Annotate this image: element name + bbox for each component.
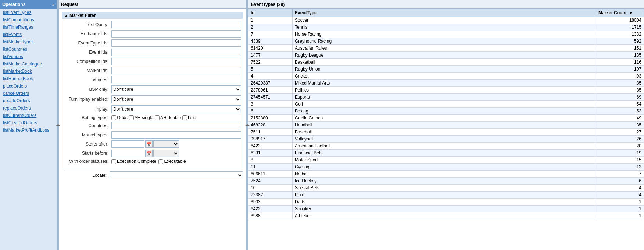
cell-event-type: Australian Rules <box>293 45 596 52</box>
sidebar-item-listCurrentOrders[interactable]: listCurrentOrders <box>0 112 57 119</box>
table-row[interactable]: 468328Handball35 <box>248 122 644 129</box>
table-row[interactable]: 27454571Esports69 <box>248 94 644 101</box>
ah-single-checkbox[interactable] <box>129 115 134 120</box>
filter-header[interactable]: ▲ Market Filter <box>62 12 243 19</box>
cell-market-count: 85 <box>596 80 644 87</box>
table-row[interactable]: 61420Australian Rules151 <box>248 45 644 52</box>
cell-market-count: 1 <box>596 206 644 213</box>
cell-event-type: Volleyball <box>293 136 596 143</box>
column-header-event-type[interactable]: EventType <box>293 9 596 17</box>
table-row[interactable]: 72382Pool4 <box>248 192 644 199</box>
venues-input[interactable] <box>111 76 241 83</box>
exchange-ids-input[interactable] <box>111 30 241 38</box>
table-row[interactable]: 1477Rugby League135 <box>248 52 644 59</box>
table-row[interactable]: 3988Athletics1 <box>248 213 644 219</box>
executable-text: Executable <box>164 159 186 164</box>
sidebar-item-cancelOrders[interactable]: cancelOrders <box>0 90 57 97</box>
sidebar-item-listEvents[interactable]: listEvents <box>0 31 57 38</box>
cell-market-count: 592 <box>596 38 644 45</box>
order-statuses-label: With order statuses: <box>64 159 111 164</box>
starts-before-date-input[interactable] <box>111 150 144 157</box>
table-row[interactable]: 3Golf54 <box>248 101 644 108</box>
line-checkbox[interactable] <box>182 115 187 120</box>
market-types-input[interactable] <box>111 131 241 139</box>
execution-complete-label[interactable]: Execution Complete <box>111 159 156 164</box>
sidebar-item-listRunnerBook[interactable]: listRunnerBook <box>0 75 57 82</box>
ah-single-checkbox-label[interactable]: AH single <box>129 115 153 120</box>
executable-label[interactable]: Executable <box>158 159 186 164</box>
table-row[interactable]: 4339Greyhound Racing592 <box>248 38 644 45</box>
table-row[interactable]: 6422Snooker1 <box>248 206 644 213</box>
table-row[interactable]: 998917Volleyball26 <box>248 136 644 143</box>
table-row[interactable]: 4Cricket93 <box>248 73 644 80</box>
exchange-ids-row: Exchange Ids: <box>64 30 241 38</box>
countries-row: Countries: <box>64 122 241 129</box>
sidebar-item-listMarketCatalogue[interactable]: listMarketCatalogue <box>0 60 57 68</box>
odds-checkbox-label[interactable]: Odds <box>111 115 128 120</box>
table-row[interactable]: 2378961Politics85 <box>248 87 644 94</box>
event-type-ids-input[interactable] <box>111 39 241 47</box>
sidebar-item-updateOrders[interactable]: updateOrders <box>0 97 57 104</box>
table-row[interactable]: 7Horse Racing1332 <box>248 31 644 38</box>
table-row[interactable]: 2Tennis1715 <box>248 24 644 31</box>
column-header-market-count[interactable]: Market Count ▼ <box>596 9 644 17</box>
event-ids-input[interactable] <box>111 49 241 56</box>
table-row[interactable]: 3503Darts1 <box>248 199 644 206</box>
starts-before-calendar-button[interactable]: 📅 <box>145 150 153 157</box>
column-header-id[interactable]: Id <box>248 9 293 17</box>
cell-market-count: 4 <box>596 192 644 199</box>
competition-ids-input[interactable] <box>111 58 241 65</box>
countries-input[interactable] <box>111 122 241 129</box>
sidebar-item-listMarketBook[interactable]: listMarketBook <box>0 68 57 75</box>
starts-after-label: Starts after: <box>64 142 111 147</box>
line-checkbox-label[interactable]: Line <box>182 115 196 120</box>
table-row[interactable]: 26420387Mixed Martial Arts85 <box>248 80 644 87</box>
table-row[interactable]: 8Motor Sport15 <box>248 157 644 164</box>
cell-market-count: 19 <box>596 150 644 157</box>
ah-double-checkbox[interactable] <box>155 115 160 120</box>
sidebar-item-listMarketTypes[interactable]: listMarketTypes <box>0 38 57 46</box>
sidebar-item-listEventTypes[interactable]: listEventTypes <box>0 9 57 16</box>
starts-after-date-input[interactable] <box>111 140 144 148</box>
sidebar-collapse-button[interactable]: » <box>52 2 54 7</box>
inplay-select[interactable]: Don't care Yes No <box>111 105 241 113</box>
sidebar-item-listCountries[interactable]: listCountries <box>0 46 57 53</box>
table-row[interactable]: 7522Basketball116 <box>248 59 644 66</box>
starts-after-calendar-button[interactable]: 📅 <box>145 140 153 148</box>
table-row[interactable]: 6231Financial Bets19 <box>248 150 644 157</box>
table-row[interactable]: 1Soccer18004 <box>248 17 644 24</box>
table-row[interactable]: 7511Baseball27 <box>248 129 644 136</box>
sidebar-item-listMarketProfitAndLoss[interactable]: listMarketProfitAndLoss <box>0 126 57 134</box>
table-row[interactable]: 5Rugby Union107 <box>248 66 644 73</box>
cell-event-type: Rugby League <box>293 52 596 59</box>
executable-checkbox[interactable] <box>158 159 163 164</box>
bsp-only-select[interactable]: Don't care Yes No <box>111 85 241 93</box>
sidebar-item-listVenues[interactable]: listVenues <box>0 53 57 60</box>
odds-label: Odds <box>117 115 128 120</box>
turn-inplay-select[interactable]: Don't care Yes No <box>111 95 241 103</box>
table-row[interactable]: 6423American Football20 <box>248 143 644 150</box>
resize-handle-left[interactable] <box>57 0 59 250</box>
sidebar-item-replaceOrders[interactable]: replaceOrders <box>0 104 57 112</box>
odds-checkbox[interactable] <box>111 115 116 120</box>
cell-id: 8 <box>248 157 293 164</box>
text-query-input[interactable] <box>111 21 241 28</box>
starts-before-time-select[interactable] <box>153 150 179 157</box>
sidebar-item-listClearedOrders[interactable]: listClearedOrders <box>0 119 57 126</box>
table-row[interactable]: 10Special Bets4 <box>248 185 644 192</box>
market-ids-input[interactable] <box>111 67 241 74</box>
sidebar-item-placeOrders[interactable]: placeOrders <box>0 82 57 90</box>
sidebar-item-listCompetitions[interactable]: listCompetitions <box>0 16 57 24</box>
execution-complete-checkbox[interactable] <box>111 159 116 164</box>
locale-select[interactable] <box>110 171 243 179</box>
starts-after-time-select[interactable] <box>153 140 179 148</box>
table-row[interactable]: 2152880Gaelic Games49 <box>248 115 644 122</box>
table-row[interactable]: 11Cycling13 <box>248 164 644 171</box>
sidebar-item-listTimeRanges[interactable]: listTimeRanges <box>0 24 57 31</box>
table-row[interactable]: 7524Ice Hockey6 <box>248 178 644 185</box>
table-row[interactable]: 606611Netball7 <box>248 171 644 178</box>
cell-event-type: Cricket <box>293 73 596 80</box>
table-row[interactable]: 6Boxing53 <box>248 108 644 115</box>
ah-double-checkbox-label[interactable]: AH double <box>155 115 181 120</box>
resize-handle-right[interactable] <box>246 0 248 250</box>
